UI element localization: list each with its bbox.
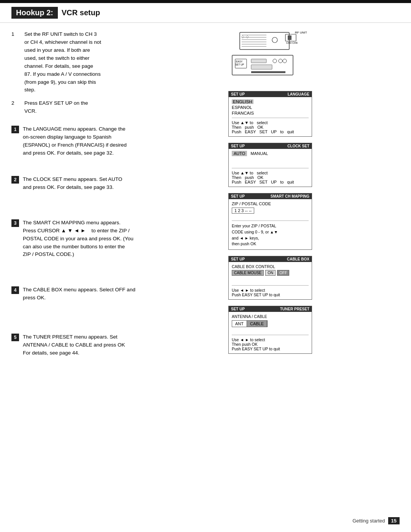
lang-use-label: Use (232, 120, 239, 125)
smart-ch-body: ZIP / POSTAL CODE 1 2 3 -- -- Enter your… (229, 199, 312, 249)
svg-rect-9 (288, 35, 292, 40)
ant-cable-options: ANT CABLE (232, 320, 268, 327)
main-content: 1 Set the RF UNIT switch to CH 3or CH 4,… (0, 23, 411, 373)
tuner-preset-body: ANTENNA / CABLE ANT CABLE Use ◄ ► to sel… (229, 312, 312, 353)
step-1-num: 1 (11, 30, 19, 94)
vcr-diagram: RF UNIT CH3 CH4 ⁘⁘ EASY SET UP (228, 30, 316, 81)
clock-to-label: to select (250, 171, 268, 175)
step-2-num: 2 (11, 99, 19, 115)
svg-point-20 (279, 59, 282, 63)
clock-header: SET UP CLOCK SET (229, 143, 312, 149)
cable-off-label: OFF (277, 270, 289, 276)
clock-set-screen: SET UP CLOCK SET AUTO MANUAL Use ▲▼ to s… (228, 143, 312, 187)
clock-header-right: CLOCK SET (287, 144, 309, 148)
english-item: ENGLISH (232, 99, 253, 104)
tuner-header-left: SET UP (231, 307, 245, 311)
smart-ch-header-right: SMART CH MAPPING (271, 194, 309, 198)
clock-body: AUTO MANUAL Use ▲▼ to select Then push O… (229, 149, 312, 187)
cable-on-label: ON (265, 270, 276, 276)
svg-rect-17 (251, 59, 266, 63)
sub-step-3-text: The SMART CH MAPPING menu appears.Press … (23, 219, 134, 259)
enter-line3: and ◄ ► keys, (232, 236, 259, 240)
lang-english: ENGLISH (232, 99, 309, 104)
sub-step-2: 2 The CLOCK SET menu appears. Set AUTOan… (11, 176, 221, 192)
sub-step-2-text: The CLOCK SET menu appears. Set AUTOand … (23, 176, 122, 192)
lang-francais: FRANCAIS (232, 111, 309, 115)
lang-then-row: Then push OK (232, 125, 309, 129)
sub-step-5: 5 The TUNER PRESET menu appears. SetANTE… (11, 333, 221, 357)
clock-use-row: Use ▲▼ to select (232, 171, 309, 175)
lang-to-label: to select (250, 120, 268, 125)
language-screen: SET UP LANGUAGE ENGLISH ESPANOL FRANCAIS… (228, 91, 312, 137)
sub-step-1-text: The LANGUAGE menu appears. Change theon-… (23, 125, 127, 157)
cable-box-header: SET UP CABLE BOX (229, 256, 312, 262)
enter-line4: then push OK (232, 241, 256, 246)
cable-box-row: CABLE MOUSE ON OFF (232, 270, 309, 276)
tuner-preset-header: SET UP TUNER PRESET (229, 306, 312, 312)
cable-use-label: Use ◄ ► to select (232, 288, 309, 292)
clock-then-row: Then push OK (232, 175, 309, 180)
svg-text:SET UP: SET UP (235, 63, 244, 66)
antenna-cable-label: ANTENNA / CABLE (232, 314, 309, 319)
svg-point-21 (283, 59, 287, 63)
cable-box-body: CABLE BOX CONTROL CABLE MOUSE ON OFF Use… (229, 262, 312, 299)
cable-control-label: CABLE BOX CONTROL (232, 264, 309, 269)
svg-point-19 (273, 59, 277, 63)
smart-ch-header-left: SET UP (231, 194, 245, 198)
clock-header-left: SET UP (231, 144, 245, 148)
sub-step-1: 1 The LANGUAGE menu appears. Change theo… (11, 125, 221, 157)
sub-step-5-num: 5 (11, 334, 19, 341)
language-screen-body: ENGLISH ESPANOL FRANCAIS Use ▲▼ to selec… (229, 97, 312, 136)
svg-text:EASY: EASY (236, 60, 243, 63)
enter-line2: CODE using 0 - 9, or ▲▼ (232, 230, 278, 234)
sub-step-4-num: 4 (11, 286, 19, 294)
step-1: 1 Set the RF UNIT switch to CH 3or CH 4,… (11, 30, 221, 94)
svg-text:⁘⁘: ⁘⁘ (241, 34, 250, 40)
language-header-right: LANGUAGE (288, 92, 309, 96)
clock-auto: AUTO (232, 151, 247, 156)
tuner-header-right: TUNER PRESET (280, 307, 309, 311)
sub-step-2-num: 2 (11, 176, 19, 184)
cable-btn: CABLE (247, 321, 267, 327)
clock-then-label: Then push OK (232, 175, 263, 180)
lang-espanol: ESPANOL (232, 105, 309, 110)
language-header-left: SET UP (231, 92, 245, 96)
tuner-preset-screen: SET UP TUNER PRESET ANTENNA / CABLE ANT … (228, 306, 312, 354)
lang-then-label: Then push OK (232, 125, 263, 129)
tuner-use-label: Use ◄ ► to select (232, 337, 309, 342)
clock-use-label: Use (232, 171, 239, 175)
clock-push-label: Push EASY SET UP to quit (232, 180, 294, 184)
sub-step-5-text: The TUNER PRESET menu appears. SetANTENN… (23, 333, 125, 357)
svg-rect-18 (251, 65, 272, 69)
cable-box-header-left: SET UP (231, 257, 245, 261)
step-1-text: Set the RF UNIT switch to CH 3or CH 4, w… (24, 30, 101, 94)
smart-ch-screen: SET UP SMART CH MAPPING ZIP / POSTAL COD… (228, 193, 312, 250)
lang-push-label: Push EASY SET UP to quit (232, 129, 294, 134)
vcr-label: VCR setup (62, 8, 100, 17)
clock-manual: MANUAL (251, 151, 268, 156)
page-number: 15 (388, 517, 400, 524)
top-bar (0, 0, 411, 3)
sub-step-4-text: The CABLE BOX menu appears. Select OFF a… (23, 286, 135, 302)
title-bar: Hookup 2: VCR setup (0, 3, 411, 23)
svg-point-7 (272, 37, 277, 43)
right-column: RF UNIT CH3 CH4 ⁘⁘ EASY SET UP (228, 30, 400, 366)
clock-options-row: AUTO MANUAL (232, 151, 309, 156)
sub-step-1-num: 1 (11, 126, 19, 133)
svg-text:CH3  CH4: CH3 CH4 (286, 42, 298, 44)
svg-text:RF UNIT: RF UNIT (295, 31, 307, 34)
page-footer: Getting started 15 (352, 517, 400, 524)
language-screen-header: SET UP LANGUAGE (229, 91, 312, 97)
lang-use-row: Use ▲▼ to select (232, 120, 309, 125)
sub-step-3: 3 The SMART CH MAPPING menu appears.Pres… (11, 219, 221, 259)
tuner-push-label: Push EASY SET UP to quit (232, 347, 309, 351)
sub-step-3-num: 3 (11, 219, 19, 227)
tuner-then-label: Then push OK (232, 342, 309, 347)
cable-mouse-label: CABLE MOUSE (232, 270, 264, 276)
cable-box-header-right: CABLE BOX (287, 257, 309, 261)
lang-arrows: ▲▼ (241, 120, 249, 125)
lang-push-row: Push EASY SET UP to quit (232, 129, 309, 134)
step-2: 2 Press EASY SET UP on theVCR. (11, 99, 221, 115)
step-2-text: Press EASY SET UP on theVCR. (24, 99, 88, 115)
cable-box-screen: SET UP CABLE BOX CABLE BOX CONTROL CABLE… (228, 256, 312, 300)
